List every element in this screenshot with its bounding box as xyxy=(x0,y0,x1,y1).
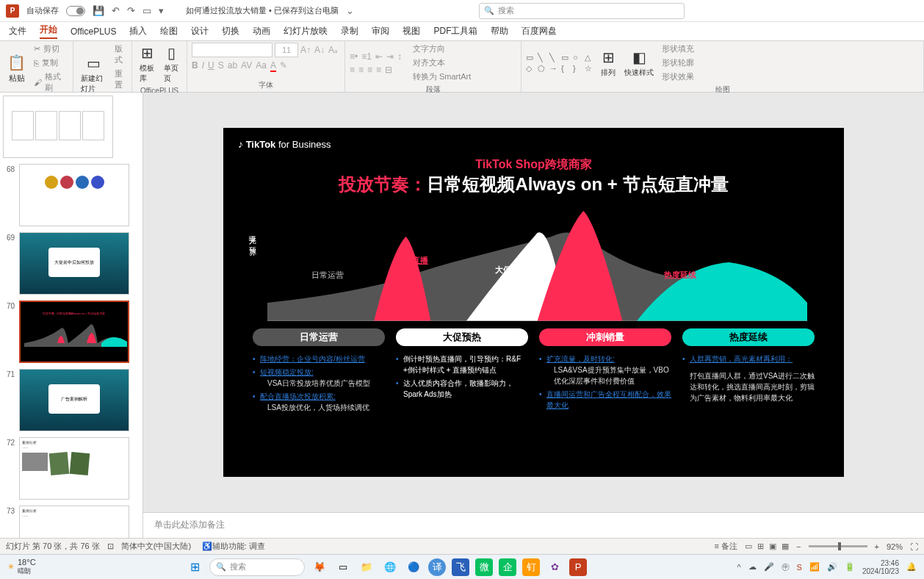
align-text-button[interactable]: 对齐文本 xyxy=(411,57,473,69)
thumbnail-73[interactable]: 73 案例分析...... xyxy=(3,506,140,538)
menu-insert[interactable]: 插入 xyxy=(129,25,147,37)
clear-format-icon[interactable]: Aₐ xyxy=(328,45,338,55)
reset-button[interactable]: 重置 xyxy=(112,68,127,91)
sorter-view-icon[interactable]: ⊞ xyxy=(757,542,764,551)
cut-button[interactable]: ✂剪切 xyxy=(32,43,68,55)
zoom-in-button[interactable]: + xyxy=(875,542,879,551)
copy-button[interactable]: ⎘复制 xyxy=(32,57,68,69)
normal-view-icon[interactable]: ▭ xyxy=(745,542,752,551)
single-page-button[interactable]: ▯单页页 xyxy=(161,43,182,85)
bold-icon[interactable]: B xyxy=(192,60,198,72)
font-size-input[interactable] xyxy=(275,43,298,57)
tray-wifi-icon[interactable]: 📶 xyxy=(809,562,820,572)
thumbnail-72[interactable]: 72 案例分析...... xyxy=(3,437,140,500)
thumbnail-69[interactable]: 69 大促前中后如何投放 xyxy=(3,232,140,295)
docname-dropdown-icon[interactable]: ⌄ xyxy=(346,5,354,16)
slideshow-view-icon[interactable]: ▦ xyxy=(782,542,789,551)
task-app-8[interactable]: 钉 xyxy=(522,558,540,576)
task-chrome[interactable]: 🔵 xyxy=(405,558,422,576)
autosave-toggle[interactable] xyxy=(66,6,85,16)
menu-officeplus[interactable]: OfficePLUS xyxy=(71,26,116,37)
italic-icon[interactable]: I xyxy=(202,60,204,72)
line-spacing-icon[interactable]: ↕ xyxy=(397,51,402,62)
menu-help[interactable]: 帮助 xyxy=(491,25,508,37)
indent-left-icon[interactable]: ⇤ xyxy=(375,51,383,62)
notes-pane[interactable]: 单击此处添加备注 xyxy=(143,512,924,538)
clock[interactable]: 23:46 2024/10/23 xyxy=(862,559,899,575)
task-app-3[interactable]: 📁 xyxy=(358,558,375,576)
weather-widget[interactable]: ☀ 18°C晴朗 xyxy=(7,558,36,576)
task-app-1[interactable]: 🦊 xyxy=(311,558,328,576)
format-painter-button[interactable]: 🖌格式刷 xyxy=(32,71,68,94)
new-slide-button[interactable]: ▭ 新建幻灯片 xyxy=(78,53,109,96)
menu-baidu[interactable]: 百度网盘 xyxy=(521,25,557,37)
task-app-2[interactable]: ▭ xyxy=(334,558,352,576)
fit-window-icon[interactable]: ⛶ xyxy=(910,542,918,551)
menu-view[interactable]: 视图 xyxy=(403,25,420,37)
task-edge[interactable]: 🌐 xyxy=(381,558,399,576)
slide-sorter-button[interactable]: ⊞模板库 xyxy=(137,43,158,85)
notes-button[interactable]: ≡ 备注 xyxy=(715,541,737,552)
menu-review[interactable]: 审阅 xyxy=(372,25,389,37)
thumbnail-68[interactable]: 68 xyxy=(3,164,140,226)
underline-icon[interactable]: U xyxy=(208,60,214,72)
decrease-font-icon[interactable]: A↓ xyxy=(314,45,325,55)
char-spacing-icon[interactable]: AV xyxy=(241,60,252,72)
menu-design[interactable]: 设计 xyxy=(191,25,209,37)
shape-fill-button[interactable]: 形状填充 xyxy=(660,43,696,55)
tray-battery-icon[interactable]: 🔋 xyxy=(845,562,855,572)
shadow-icon[interactable]: ab xyxy=(228,60,237,72)
tray-volume-icon[interactable]: 🔊 xyxy=(827,562,837,572)
redo-icon[interactable]: ↷ xyxy=(127,5,135,16)
paste-button[interactable]: 📋 粘贴 xyxy=(4,52,29,85)
menu-draw[interactable]: 绘图 xyxy=(160,25,178,37)
undo-icon[interactable]: ↶ xyxy=(112,5,120,16)
shape-outline-button[interactable]: 形状轮廓 xyxy=(660,57,696,69)
menu-transitions[interactable]: 切换 xyxy=(222,25,239,37)
task-app-9[interactable]: ✿ xyxy=(546,558,563,576)
task-app-5[interactable]: 飞 xyxy=(452,558,469,576)
reading-view-icon[interactable]: ▣ xyxy=(769,542,776,551)
shapes-gallery[interactable]: ▭╲╲▭○△ ◇⬠→{}☆ xyxy=(526,53,595,73)
thumbnail-71[interactable]: 71 广告案例解析 xyxy=(3,369,140,431)
strikethrough-icon[interactable]: S xyxy=(218,60,224,72)
menu-home[interactable]: 开始 xyxy=(40,24,57,39)
tray-cloud-icon[interactable]: ☁ xyxy=(748,562,757,572)
arrange-button[interactable]: ⊞排列 xyxy=(598,47,618,79)
menu-animations[interactable]: 动画 xyxy=(253,25,270,37)
bullets-icon[interactable]: ≡• xyxy=(350,51,358,62)
highlight-icon[interactable]: ✎ xyxy=(280,60,287,72)
search-input[interactable]: 🔍 搜索 xyxy=(479,3,685,19)
menu-slideshow[interactable]: 幻灯片放映 xyxy=(284,25,328,37)
slide-counter[interactable]: 幻灯片 第 70 张，共 76 张 xyxy=(6,541,100,552)
justify-icon[interactable]: ≡ xyxy=(376,65,381,75)
save-icon[interactable]: 💾 xyxy=(93,5,104,16)
columns-icon[interactable]: ⊟ xyxy=(385,65,392,75)
layout-button[interactable]: 版式 xyxy=(112,43,127,66)
align-left-icon[interactable]: ≡ xyxy=(350,65,355,75)
task-app-6[interactable]: 微 xyxy=(475,558,493,576)
taskbar-search[interactable]: 🔍搜索 xyxy=(209,558,305,576)
menu-pdftools[interactable]: PDF工具箱 xyxy=(433,25,477,37)
task-app-4[interactable]: 译 xyxy=(428,558,446,576)
tray-ime-icon[interactable]: ㊥ xyxy=(782,561,790,572)
zoom-out-button[interactable]: − xyxy=(796,542,801,551)
thumbnail-panel[interactable]: 68 69 大促前中后如何投放 70 投放节奏: 日常短视频Always on … xyxy=(0,93,143,538)
accessibility-status[interactable]: 辅助功能: 调查 xyxy=(212,541,265,552)
slide-canvas[interactable]: ♪ TikTok for Business TikTok Shop跨境商家 投放… xyxy=(143,93,924,512)
text-direction-button[interactable]: 文字方向 xyxy=(411,43,473,55)
language-status[interactable]: 简体中文(中国大陆) xyxy=(121,541,191,552)
change-case-icon[interactable]: Aa xyxy=(256,60,267,72)
menu-file[interactable]: 文件 xyxy=(9,25,26,37)
numbering-icon[interactable]: ≡1 xyxy=(361,51,372,62)
font-family-select[interactable] xyxy=(192,43,272,57)
indent-right-icon[interactable]: ⇥ xyxy=(386,51,394,62)
increase-font-icon[interactable]: A↑ xyxy=(300,45,311,55)
start-button[interactable]: ⊞ xyxy=(186,558,203,576)
present-icon[interactable]: ▭ xyxy=(142,5,151,16)
thumbnail-70[interactable]: 70 投放节奏: 日常短视频Always on + 节点短直冲量 xyxy=(3,301,140,363)
task-powerpoint[interactable]: P xyxy=(569,558,587,576)
tray-app-icon[interactable]: S xyxy=(797,563,802,572)
font-color-icon[interactable]: A xyxy=(270,60,276,72)
align-center-icon[interactable]: ≡ xyxy=(358,65,364,75)
